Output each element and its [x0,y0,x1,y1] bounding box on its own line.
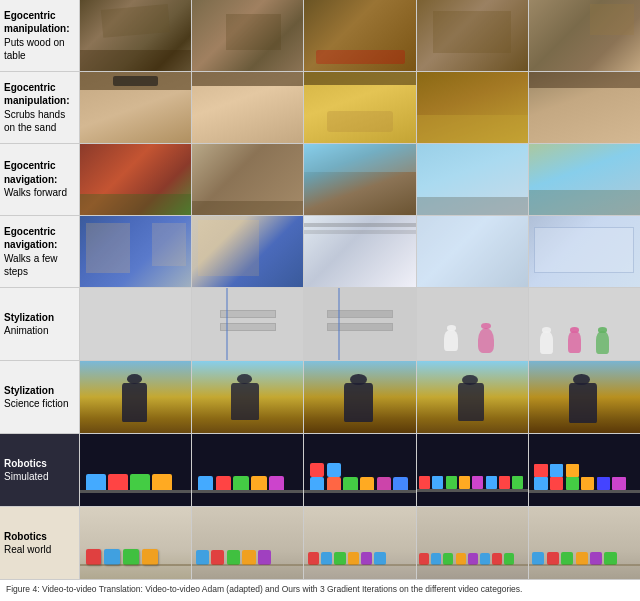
img-cell [304,434,416,506]
row-ego-manip-2: Egocentric manipulation: Scrubs hands on… [0,72,640,144]
img-cell [529,361,640,433]
row-label-normal: Animation [4,325,48,336]
img-placeholder [304,72,415,143]
img-cell [304,216,416,287]
img-placeholder [80,72,191,143]
row-label-bold: Stylization [4,312,54,323]
images-strip-4 [80,216,640,287]
img-cell [304,507,416,579]
img-placeholder [304,507,415,579]
img-placeholder [529,288,640,360]
img-placeholder [80,216,191,287]
row-label-bold: Egocentric navigation: [4,160,57,185]
row-label-bold: Stylization [4,385,54,396]
img-placeholder [192,361,303,433]
img-placeholder [417,361,528,433]
row-stylization-anim: Stylization Animation [0,288,640,361]
img-placeholder [417,72,528,143]
img-cell [529,434,640,506]
img-placeholder [529,216,640,287]
row-label-normal: Simulated [4,471,48,482]
images-strip-1 [80,0,640,71]
img-cell [417,216,529,287]
img-placeholder [192,434,303,506]
images-strip-5 [80,288,640,360]
img-cell [192,216,304,287]
img-cell [417,72,529,143]
row-label-bold: Egocentric manipulation: [4,82,70,107]
caption-text: Figure 4: Video-to-video Translation: Vi… [6,584,522,594]
row-label-ego-nav-2: Egocentric navigation: Walks a few steps [0,216,80,287]
img-placeholder [192,0,303,71]
img-cell [304,288,416,360]
img-cell [529,216,640,287]
row-label-stylization-scifi: Stylization Science fiction [0,361,80,433]
row-label-bold: Robotics [4,531,47,542]
row-label-normal: Scrubs hands on the sand [4,109,65,134]
img-placeholder [80,0,191,71]
images-strip-7 [80,434,640,506]
row-robotics-real: Robotics Real world [0,507,640,580]
img-cell [192,361,304,433]
img-placeholder [80,434,191,506]
images-strip-6 [80,361,640,433]
row-label-robotics-real: Robotics Real world [0,507,80,579]
img-placeholder [192,216,303,287]
images-strip-2 [80,72,640,143]
img-placeholder [417,507,528,579]
row-label-stylization-anim: Stylization Animation [0,288,80,360]
img-placeholder [417,216,528,287]
img-cell [417,507,529,579]
img-placeholder [192,144,303,215]
row-label-ego-manip-2: Egocentric manipulation: Scrubs hands on… [0,72,80,143]
row-label-normal: Real world [4,544,51,555]
main-container: Egocentric manipulation: Puts wood on ta… [0,0,640,600]
row-robotics-sim: Robotics Simulated [0,434,640,507]
row-label-bold: Egocentric manipulation: [4,10,70,35]
row-ego-nav-2: Egocentric navigation: Walks a few steps [0,216,640,288]
img-placeholder [529,0,640,71]
img-placeholder [192,72,303,143]
row-label-ego-nav-1: Egocentric navigation: Walks forward [0,144,80,215]
img-cell [192,72,304,143]
img-placeholder [304,288,415,360]
img-cell [192,144,304,215]
images-strip-8 [80,507,640,579]
row-label-normal: Science fiction [4,398,68,409]
row-stylization-scifi: Stylization Science fiction [0,361,640,434]
img-placeholder [192,507,303,579]
img-cell [529,0,640,71]
img-placeholder [529,72,640,143]
img-placeholder [529,144,640,215]
img-cell [80,361,192,433]
img-cell [192,288,304,360]
img-cell [417,288,529,360]
figure-caption: Figure 4: Video-to-video Translation: Vi… [0,580,640,600]
img-cell [529,288,640,360]
row-label-bold: Robotics [4,458,47,469]
img-cell [417,361,529,433]
img-placeholder [80,288,191,360]
img-placeholder [417,0,528,71]
img-placeholder [80,361,191,433]
img-cell [304,0,416,71]
img-placeholder [529,507,640,579]
img-cell [80,288,192,360]
img-placeholder [417,144,528,215]
img-placeholder [304,434,415,506]
img-cell [304,361,416,433]
img-cell [80,144,192,215]
img-cell [80,507,192,579]
img-cell [529,144,640,215]
img-cell [417,144,529,215]
img-cell [192,434,304,506]
img-placeholder [304,0,415,71]
img-cell [529,72,640,143]
img-cell [529,507,640,579]
img-cell [417,0,529,71]
row-label-robotics-sim: Robotics Simulated [0,434,80,506]
img-placeholder [529,434,640,506]
row-label-normal: Puts wood on table [4,37,65,62]
img-cell [80,72,192,143]
img-cell [192,0,304,71]
